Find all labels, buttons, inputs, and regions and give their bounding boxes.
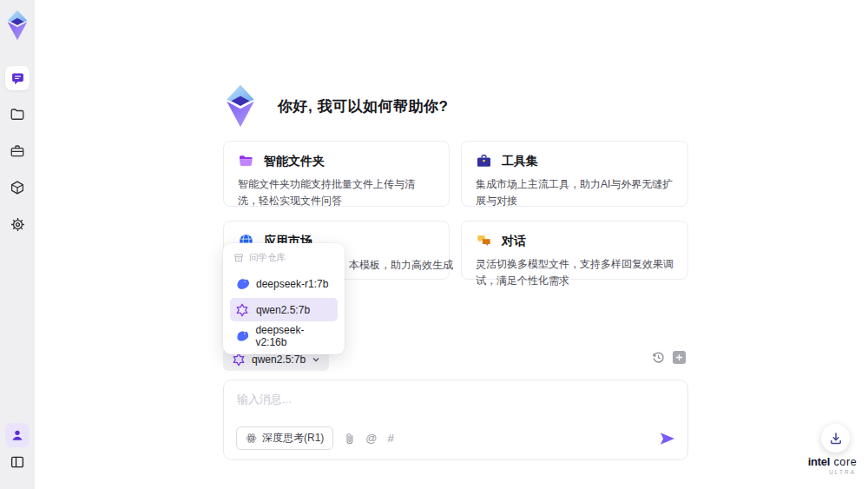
- dialog-icon: [476, 233, 492, 249]
- card-desc: 集成市场上主流工具，助力AI与外界无缝扩展与对接: [476, 176, 674, 208]
- download-button[interactable]: [821, 424, 850, 453]
- history-icon[interactable]: [652, 351, 665, 364]
- chat-actions: [652, 351, 686, 364]
- model-option-deepseek-r1[interactable]: deepseek-r1:7b: [230, 272, 338, 295]
- intel-logo-text: intel: [808, 455, 830, 468]
- app-gem-icon: [222, 83, 259, 129]
- send-icon: [660, 432, 675, 446]
- card-title: 对话: [502, 234, 526, 249]
- attach-file-button[interactable]: [344, 433, 355, 445]
- model-option-label: deepseek-r1:7b: [256, 278, 328, 290]
- model-option-qwen[interactable]: qwen2.5:7b: [230, 298, 338, 321]
- folder-icon: [10, 107, 25, 122]
- greeting-row: 你好, 我可以如何帮助你?: [222, 83, 448, 129]
- card-title: 智能文件夹: [264, 154, 325, 169]
- qwen-icon: [235, 303, 249, 317]
- download-icon: [829, 432, 843, 446]
- intel-core-badge: intel core ultra: [806, 454, 859, 476]
- deep-think-label: 深度思考(R1): [262, 431, 324, 446]
- chevron-down-icon: [312, 355, 320, 364]
- model-dropdown-header-label: 问学仓库: [249, 252, 286, 264]
- tier-logo-text: ultra: [806, 470, 859, 476]
- sidebar-item-account[interactable]: [5, 423, 30, 447]
- sidebar-item-settings[interactable]: [5, 212, 30, 236]
- card-dialog[interactable]: 对话 灵活切换多模型文件，支持多样回复效果调试，满足个性化需求: [461, 221, 688, 280]
- paperclip-icon: [344, 433, 355, 445]
- model-option-label: deepseek-v2:16b: [255, 324, 332, 348]
- greeting-text: 你好, 我可以如何帮助你?: [278, 96, 448, 116]
- composer-placeholder: 输入消息...: [237, 392, 674, 407]
- user-icon: [10, 428, 24, 442]
- model-dropdown: 问学仓库 deepseek-r1:7b qwen2.5:7b deepseek-…: [223, 243, 345, 354]
- prompt-tags-button[interactable]: #: [388, 432, 394, 445]
- atom-icon: [246, 433, 257, 444]
- gear-icon: [10, 216, 26, 233]
- card-desc: 智能文件夹功能支持批量文件上传与清洗，轻松实现文件问答: [238, 176, 435, 208]
- message-composer[interactable]: 输入消息... 深度思考(R1) @ #: [223, 380, 688, 460]
- model-selector-label: qwen2.5:7b: [252, 354, 306, 366]
- model-option-deepseek-v2[interactable]: deepseek-v2:16b: [230, 324, 338, 347]
- app-logo-icon: [4, 9, 30, 42]
- sidebar-item-models[interactable]: [5, 175, 30, 200]
- deep-think-toggle[interactable]: 深度思考(R1): [236, 426, 333, 450]
- briefcase-icon: [10, 143, 25, 159]
- card-title: 工具集: [502, 154, 538, 169]
- send-button[interactable]: [660, 432, 675, 446]
- deepseek-icon: [235, 277, 249, 291]
- core-logo-text: core: [833, 456, 857, 468]
- smart-folder-icon: [238, 153, 254, 169]
- sidebar: [0, 0, 35, 489]
- toolbox-icon: [476, 153, 492, 169]
- sidebar-item-panel-toggle[interactable]: [5, 450, 30, 474]
- card-desc-fragment: 本模板，助力高效生成多: [349, 257, 453, 274]
- chat-bubble-icon: [10, 71, 25, 86]
- deepseek-icon: [235, 329, 248, 343]
- sidebar-item-chat[interactable]: [5, 66, 30, 90]
- repository-icon: [233, 253, 244, 263]
- cube-icon: [10, 180, 25, 195]
- card-smart-folder[interactable]: 智能文件夹 智能文件夹功能支持批量文件上传与清洗，轻松实现文件问答: [223, 141, 450, 207]
- composer-toolbar: 深度思考(R1) @ #: [236, 426, 675, 450]
- card-desc: 灵活切换多模型文件，支持多样回复效果调试，满足个性化需求: [476, 256, 674, 288]
- model-option-label: qwen2.5:7b: [256, 304, 310, 316]
- model-dropdown-header: 问学仓库: [230, 250, 338, 269]
- panel-toggle-icon: [10, 454, 25, 470]
- card-toolset[interactable]: 工具集 集成市场上主流工具，助力AI与外界无缝扩展与对接: [461, 141, 688, 207]
- sidebar-item-tools[interactable]: [5, 139, 30, 163]
- new-chat-button[interactable]: [673, 351, 686, 364]
- sidebar-item-folders[interactable]: [5, 102, 30, 127]
- mention-button[interactable]: @: [365, 432, 377, 445]
- app-window: 你好, 我可以如何帮助你? 智能文件夹 智能文件夹功能支持批量文件上传与清洗，轻…: [0, 0, 868, 489]
- plus-icon: [675, 354, 683, 361]
